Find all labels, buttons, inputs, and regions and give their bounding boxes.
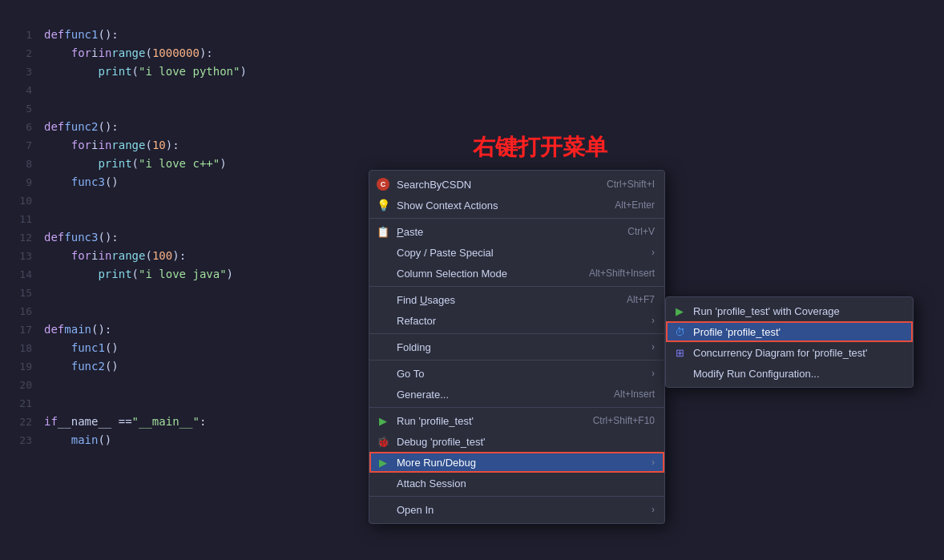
empty-icon — [376, 340, 390, 354]
submenu-item-run-coverage[interactable]: ▶ Run 'profile_test' with Coverage — [666, 300, 913, 321]
submenu-item-modify-run-config[interactable]: Modify Run Configuration... — [666, 363, 913, 384]
menu-label: Generate... — [397, 389, 598, 401]
arrow-icon: › — [652, 315, 655, 326]
shortcut: Ctrl+V — [627, 226, 655, 237]
shortcut: Alt+Enter — [615, 199, 655, 211]
debug-icon: 🐞 — [376, 434, 390, 449]
menu-item-generate[interactable]: Generate... Alt+Insert — [369, 384, 664, 405]
menu-item-refactor[interactable]: Refactor › — [369, 310, 664, 331]
menu-item-more-run-debug[interactable]: ▶ More Run/Debug › — [369, 452, 664, 473]
menu-item-open-in[interactable]: Open In › — [369, 499, 664, 520]
profile-icon: ⏱ — [672, 324, 687, 339]
code-line: 7 for i in range ( 10 ): — [0, 136, 944, 155]
menu-item-run-profile-test[interactable]: ▶ Run 'profile_test' Ctrl+Shift+F10 — [369, 410, 664, 431]
menu-label: Show Context Actions — [397, 199, 599, 212]
arrow-icon: › — [652, 341, 655, 353]
arrow-icon: › — [652, 368, 655, 379]
code-line: 2 for i in range ( 1000000 ): — [0, 44, 944, 62]
menu-label: Find Usages — [397, 294, 611, 306]
menu-label: Refactor — [397, 315, 645, 327]
context-menu[interactable]: C SearchByCSDN Ctrl+Shift+I 💡 Show Conte… — [369, 170, 665, 524]
separator — [369, 360, 664, 361]
separator — [369, 407, 664, 408]
code-line — [0, 8, 944, 26]
submenu-item-concurrency[interactable]: ⊞ Concurrency Diagram for 'profile_test' — [666, 342, 913, 363]
bulb-icon: 💡 — [376, 198, 390, 212]
run-coverage-icon: ▶ — [672, 304, 687, 318]
empty-icon — [672, 366, 687, 381]
submenu-more-run-debug[interactable]: ▶ Run 'profile_test' with Coverage ⏱ Pro… — [665, 296, 914, 388]
shortcut: Ctrl+Shift+F10 — [593, 415, 655, 426]
empty-icon — [376, 266, 390, 280]
submenu-item-profile-test[interactable]: ⏱ Profile 'profile_test' — [666, 321, 913, 342]
menu-item-debug-profile-test[interactable]: 🐞 Debug 'profile_test' — [369, 431, 664, 452]
menu-item-searchbycsdn[interactable]: C SearchByCSDN Ctrl+Shift+I — [369, 174, 664, 195]
menu-label: Paste — [397, 226, 611, 238]
separator — [369, 496, 664, 497]
empty-icon — [376, 292, 390, 307]
menu-label: Profile 'profile_test' — [693, 326, 903, 338]
run-icon: ▶ — [376, 413, 390, 428]
menu-item-show-context-actions[interactable]: 💡 Show Context Actions Alt+Enter — [369, 195, 664, 216]
menu-label: Modify Run Configuration... — [693, 368, 903, 380]
empty-icon — [376, 476, 390, 490]
clipboard-icon: 📋 — [376, 224, 390, 239]
code-line: 5 — [0, 99, 944, 118]
menu-label: Debug 'profile_test' — [397, 436, 655, 448]
shortcut: Ctrl+Shift+I — [607, 179, 655, 190]
concurrency-icon: ⊞ — [672, 345, 687, 360]
menu-item-folding[interactable]: Folding › — [369, 336, 664, 357]
menu-label: Column Selection Mode — [397, 268, 573, 280]
shortcut: Alt+F7 — [627, 294, 655, 305]
menu-label: Folding — [397, 341, 645, 353]
separator — [369, 286, 664, 287]
arrow-icon: › — [652, 247, 655, 258]
separator — [369, 333, 664, 334]
menu-label: Concurrency Diagram for 'profile_test' — [693, 347, 903, 359]
shortcut: Alt+Shift+Insert — [589, 268, 655, 279]
menu-item-attach-session[interactable]: Attach Session — [369, 473, 664, 494]
menu-label: Copy / Paste Special — [397, 247, 645, 259]
empty-icon — [376, 245, 390, 260]
menu-item-column-selection[interactable]: Column Selection Mode Alt+Shift+Insert — [369, 263, 664, 284]
menu-item-find-usages[interactable]: Find Usages Alt+F7 — [369, 289, 664, 310]
code-line: 3 print ( "i love python" ) — [0, 62, 944, 81]
menu-label: SearchByCSDN — [397, 179, 591, 191]
more-run-icon: ▶ — [376, 455, 390, 469]
empty-icon — [376, 387, 390, 401]
empty-icon — [376, 366, 390, 381]
menu-label: More Run/Debug — [397, 457, 645, 469]
code-line: 1 def func1(): — [0, 26, 944, 44]
code-line: 4 — [0, 81, 944, 99]
arrow-icon: › — [652, 457, 655, 468]
menu-label: Go To — [397, 368, 645, 380]
separator — [369, 218, 664, 219]
csdn-icon: C — [376, 177, 390, 191]
shortcut: Alt+Insert — [614, 389, 655, 400]
code-line: 6 def func2(): — [0, 118, 944, 136]
menu-label: Run 'profile_test' — [397, 415, 577, 427]
menu-item-go-to[interactable]: Go To › — [369, 363, 664, 384]
menu-label: Open In — [397, 504, 645, 516]
menu-label: Run 'profile_test' with Coverage — [693, 305, 903, 317]
empty-icon — [376, 313, 390, 328]
menu-label: Attach Session — [397, 477, 655, 489]
empty-icon — [376, 502, 390, 517]
menu-item-paste[interactable]: 📋 Paste Ctrl+V — [369, 221, 664, 242]
menu-item-copy-paste-special[interactable]: Copy / Paste Special › — [369, 242, 664, 263]
arrow-icon: › — [652, 504, 655, 515]
